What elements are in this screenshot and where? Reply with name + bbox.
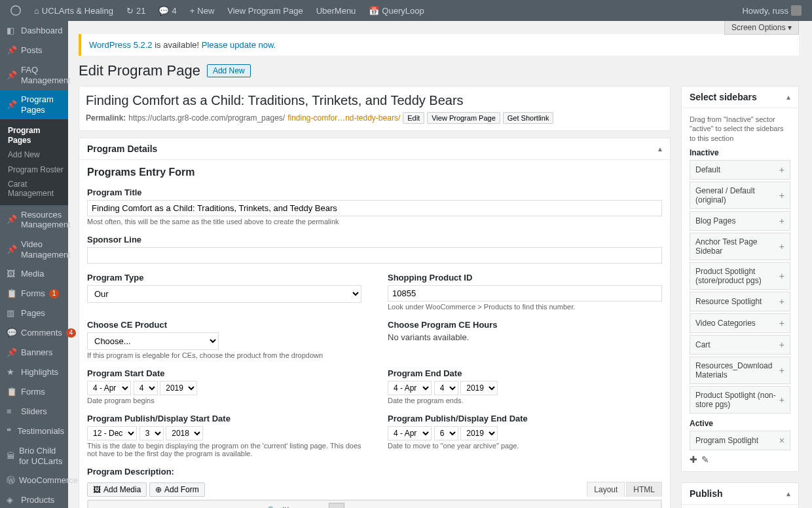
edit-slug-button[interactable]: Edit [403,112,424,124]
ul-button[interactable]: ≔ [141,503,157,508]
plus-icon[interactable]: + [779,296,784,307]
menu-resources[interactable]: 📌Resources Management [0,205,68,235]
update-now-link[interactable]: Please update now. [202,40,276,50]
menu-banners[interactable]: 📌Banners [0,343,68,362]
menu-sliders[interactable]: ≡Sliders [0,402,68,421]
plus-icon[interactable]: + [779,190,784,201]
pubstart-day-select[interactable]: 3 [139,426,164,440]
quote-button[interactable]: ❝ [175,503,191,508]
sidebar-widget-item[interactable]: Resource Spotlight+ [690,292,790,311]
menu-pages[interactable]: ▥Pages [0,303,68,323]
view-program-link[interactable]: View Program Page [222,0,308,21]
add-form-button[interactable]: ⊕Add Form [149,482,205,497]
queryloop-link[interactable]: 📅QueryLoop [363,0,429,21]
end-day-select[interactable]: 4 [434,381,458,395]
product-id-input[interactable] [388,285,662,302]
menu-program-pages[interactable]: 📌Program Pages [0,90,68,119]
link-button[interactable]: 🔗 [261,503,276,508]
pubstart-year-select[interactable]: 2018 [166,426,203,440]
plus-icon[interactable]: + [779,395,784,405]
add-new-button[interactable]: Add New [207,64,251,77]
sponsor-input[interactable] [87,247,662,264]
sidebar-widget-item[interactable]: General / Default (original)+ [690,182,790,209]
menu-products[interactable]: ◈Products [0,490,68,508]
ubermenu-link[interactable]: UberMenu [311,0,361,21]
align-right-button[interactable]: ≡ [244,503,259,508]
ol-button[interactable]: ≕ [158,503,174,508]
sidebar-widget-item[interactable]: Resources_Download Materials+ [690,357,790,384]
pubend-year-select[interactable]: 2019 [460,426,498,440]
site-link[interactable]: ⌂UCLArts & Healing [29,0,119,21]
kitchen-sink-button[interactable]: ▦ [329,503,344,508]
menu-video[interactable]: 📌Video Management [0,235,68,264]
howdy-user[interactable]: Howdy, russ [737,0,807,21]
align-left-button[interactable]: ≡ [210,503,225,508]
sidebar-widget-item[interactable]: Anchor Test Page Sidebar+ [690,233,790,260]
italic-button[interactable]: I [107,503,123,508]
program-title-input[interactable] [87,200,662,216]
menu-highlights[interactable]: ★Highlights [0,362,68,382]
bold-button[interactable]: B [90,503,106,508]
plus-icon[interactable]: + [779,241,784,252]
strike-button[interactable]: — [124,503,140,508]
view-page-button[interactable]: View Program Page [427,112,500,124]
screen-options-tab[interactable]: Screen Options ▾ [724,21,799,35]
align-center-button[interactable]: ≡ [227,503,242,508]
pubend-day-select[interactable]: 6 [434,426,458,440]
comments-link[interactable]: 💬4 [153,0,181,21]
menu-forms2[interactable]: 📋Forms [0,382,68,402]
tab-html[interactable]: HTML [626,482,662,497]
menu-media[interactable]: 🖾Media [0,264,68,284]
collapse-toggle[interactable]: ▴ [658,144,662,153]
close-icon[interactable]: × [779,435,784,446]
sidebar-widget-item[interactable]: Blog Pages+ [690,211,790,231]
tab-layout[interactable]: Layout [587,482,625,497]
end-year-select[interactable]: 2019 [460,381,498,395]
pubstart-month-select[interactable]: 12 - Dec [87,426,137,440]
program-type-select[interactable]: Our [87,285,361,303]
sidebars-toggle[interactable]: ▴ [786,92,790,102]
edit-sidebar-icon[interactable]: ✎ [701,454,709,465]
plus-icon[interactable]: + [779,271,784,281]
menu-testimonials[interactable]: ❝Testimonials [0,421,68,441]
sidebar-widget-item[interactable]: Product Spotlight (store/product pgs)+ [690,262,790,290]
submenu-program-pages[interactable]: Program Pages [0,123,68,147]
ce-product-select[interactable]: Choose... [87,332,219,350]
new-link[interactable]: +New [185,0,220,21]
fullscreen-button[interactable]: ⤢ [312,503,327,508]
menu-forms[interactable]: 📋Forms 1 [0,284,68,303]
sidebar-widget-item[interactable]: Default+ [690,160,790,180]
submenu-program-roster[interactable]: Program Roster [0,163,68,177]
add-media-button[interactable]: 🖼Add Media [87,482,147,497]
publish-toggle[interactable]: ▴ [786,489,790,498]
menu-woocommerce[interactable]: ⓌWooCommerce [0,471,68,490]
hr-button[interactable]: ― [193,503,208,508]
wordpress-version-link[interactable]: WordPress 5.2.2 [89,40,153,50]
plus-icon[interactable]: + [779,165,784,175]
add-sidebar-icon[interactable]: ✚ [690,454,697,465]
sidebar-widget-item[interactable]: Cart+ [690,335,790,355]
start-month-select[interactable]: 4 - Apr [87,381,131,395]
shortlink-button[interactable]: Get Shortlink [503,112,554,124]
submenu-add-new[interactable]: Add New [0,147,68,162]
plus-icon[interactable]: + [779,365,784,376]
plus-icon[interactable]: + [779,216,784,226]
unlink-button[interactable]: ⛓ [278,503,293,508]
updates-link[interactable]: ↻21 [121,0,151,21]
end-month-select[interactable]: 4 - Apr [388,381,432,395]
sidebar-widget-item[interactable]: Program Spotlight× [690,431,790,450]
wordpress-logo-icon[interactable] [5,0,26,21]
plus-icon[interactable]: + [779,340,784,350]
sidebar-widget-item[interactable]: Product Spotlight (non-store pgs)+ [690,386,790,414]
more-button[interactable]: ⋯ [295,503,310,508]
menu-comments[interactable]: 💬Comments 4 [0,323,68,343]
submenu-carat[interactable]: Carat Management [0,177,68,201]
plus-icon[interactable]: + [779,318,784,328]
start-day-select[interactable]: 4 [134,381,158,395]
pubend-month-select[interactable]: 4 - Apr [388,426,432,440]
menu-posts[interactable]: 📌Posts [0,41,68,60]
sidebar-widget-item[interactable]: Video Categories+ [690,313,790,333]
menu-brio[interactable]: 🏛Brio Child for UCLarts [0,441,68,471]
start-year-select[interactable]: 2019 [160,381,197,395]
menu-faq[interactable]: 📌FAQ Management [0,60,68,90]
